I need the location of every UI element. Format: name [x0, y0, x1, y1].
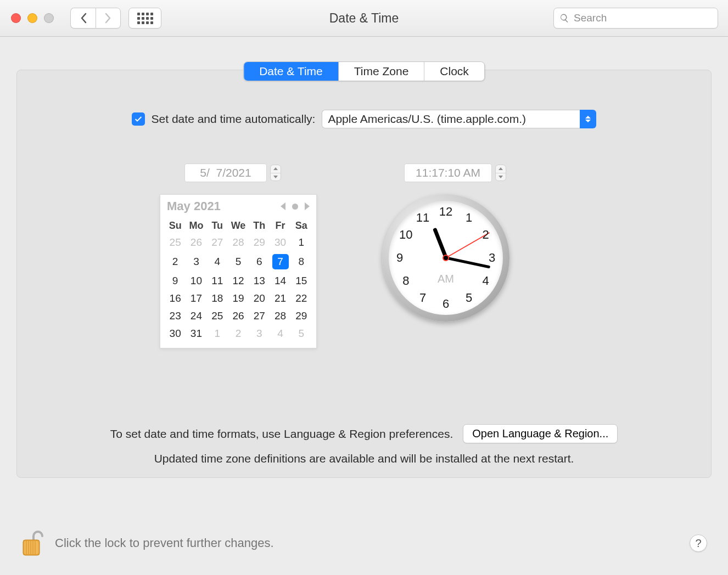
calendar-day[interactable]: 12: [228, 272, 249, 290]
auto-time-row: Set date and time automatically: Apple A…: [17, 110, 711, 128]
calendar-day[interactable]: 20: [249, 290, 270, 307]
date-stepper: [270, 165, 281, 181]
calendar-day[interactable]: 28: [228, 234, 249, 251]
lock-row: Click the lock to prevent further change…: [21, 529, 707, 557]
calendar: May 2021 SuMoTuWeThFrSa 2526272829301234…: [160, 194, 317, 348]
auto-time-label: Set date and time automatically:: [152, 112, 316, 126]
calendar-day[interactable]: 26: [186, 234, 206, 251]
hour-hand: [432, 228, 447, 259]
calendar-day[interactable]: 7: [270, 251, 290, 272]
clock-numeral: 12: [438, 205, 454, 219]
main-panel: Date & Time Time Zone Clock Set date and…: [16, 70, 712, 478]
calendar-day[interactable]: 3: [249, 325, 270, 342]
calendar-day[interactable]: 2: [165, 251, 186, 272]
time-field: [404, 164, 492, 182]
date-field-group: [184, 164, 281, 182]
zoom-window-button[interactable]: [44, 13, 54, 23]
calendar-day[interactable]: 5: [228, 251, 249, 272]
calendar-day[interactable]: 29: [249, 234, 270, 251]
show-all-button[interactable]: [128, 8, 161, 29]
calendar-day[interactable]: 10: [186, 272, 206, 290]
calendar-day[interactable]: 24: [186, 307, 206, 325]
calendar-weekday: Mo: [186, 218, 206, 234]
calendar-day[interactable]: 4: [270, 325, 290, 342]
calendar-day[interactable]: 31: [186, 325, 206, 342]
calendar-day[interactable]: 28: [270, 307, 290, 325]
calendar-title: May 2021: [167, 199, 221, 213]
dropdown-arrow-icon: [580, 110, 596, 128]
clock-pin: [443, 255, 449, 261]
checkmark-icon: [134, 115, 143, 123]
calendar-day[interactable]: 9: [165, 272, 186, 290]
close-window-button[interactable]: [11, 13, 21, 23]
calendar-day[interactable]: 17: [186, 290, 206, 307]
window-controls: [11, 13, 54, 23]
toolbar: Date & Time: [0, 0, 728, 37]
calendar-next-button[interactable]: [305, 202, 310, 210]
clock-face: AM 121234567891011: [389, 201, 503, 315]
clock-numeral: 9: [391, 251, 408, 265]
clock-numeral: 4: [478, 274, 494, 288]
window-title: Date & Time: [329, 11, 399, 26]
clock-numeral: 7: [415, 291, 431, 305]
tab-date-time[interactable]: Date & Time: [244, 62, 339, 81]
calendar-day[interactable]: 22: [291, 290, 312, 307]
calendar-day[interactable]: 29: [291, 307, 312, 325]
calendar-weekday: We: [228, 218, 249, 234]
calendar-day[interactable]: 15: [291, 272, 312, 290]
search-field[interactable]: [553, 8, 718, 29]
clock-numeral: 3: [484, 251, 500, 265]
clock-numeral: 6: [438, 297, 454, 311]
time-server-value: Apple Americas/U.S. (time.apple.com.): [322, 110, 580, 128]
date-stepper-up: [271, 165, 281, 173]
calendar-grid: SuMoTuWeThFrSa 2526272829301234567891011…: [165, 218, 312, 342]
calendar-day[interactable]: 16: [165, 290, 186, 307]
calendar-day[interactable]: 21: [270, 290, 290, 307]
calendar-prev-button[interactable]: [281, 202, 285, 210]
search-input[interactable]: [574, 12, 712, 24]
nav-buttons: [70, 8, 121, 29]
analog-clock: AM 121234567891011: [382, 194, 509, 322]
clock-numeral: 2: [478, 228, 494, 242]
calendar-day[interactable]: 30: [270, 234, 290, 251]
minimize-window-button[interactable]: [27, 13, 37, 23]
calendar-today-button[interactable]: [292, 204, 298, 210]
help-button[interactable]: ?: [690, 534, 707, 552]
calendar-day[interactable]: 1: [207, 325, 228, 342]
timezone-update-note: Updated time zone definitions are availa…: [17, 452, 711, 465]
calendar-day[interactable]: 11: [207, 272, 228, 290]
calendar-day[interactable]: 3: [186, 251, 206, 272]
tab-clock[interactable]: Clock: [424, 62, 484, 81]
auto-time-checkbox[interactable]: [132, 112, 145, 126]
calendar-day[interactable]: 23: [165, 307, 186, 325]
back-button[interactable]: [70, 8, 96, 29]
calendar-day[interactable]: 30: [165, 325, 186, 342]
calendar-day[interactable]: 19: [228, 290, 249, 307]
tab-time-zone[interactable]: Time Zone: [339, 62, 425, 81]
forward-button[interactable]: [96, 8, 121, 29]
grid-icon: [137, 13, 153, 24]
calendar-day[interactable]: 13: [249, 272, 270, 290]
calendar-day[interactable]: 26: [228, 307, 249, 325]
open-language-region-button[interactable]: Open Language & Region...: [463, 424, 618, 443]
calendar-day[interactable]: 25: [165, 234, 186, 251]
calendar-day[interactable]: 5: [291, 325, 312, 342]
clock-numeral: 10: [397, 228, 414, 242]
calendar-day[interactable]: 18: [207, 290, 228, 307]
calendar-day[interactable]: 8: [291, 251, 312, 272]
calendar-day[interactable]: 25: [207, 307, 228, 325]
time-server-dropdown[interactable]: Apple Americas/U.S. (time.apple.com.): [322, 110, 596, 128]
time-stepper: [495, 165, 506, 181]
date-stepper-down: [271, 173, 281, 181]
lock-instruction-text: Click the lock to prevent further change…: [55, 536, 274, 550]
calendar-day[interactable]: 27: [249, 307, 270, 325]
clock-numeral: 8: [397, 274, 414, 288]
calendar-day[interactable]: 1: [291, 234, 312, 251]
calendar-day[interactable]: 4: [207, 251, 228, 272]
calendar-nav: [281, 202, 310, 210]
calendar-day[interactable]: 14: [270, 272, 290, 290]
unlock-icon[interactable]: [21, 529, 45, 557]
calendar-day[interactable]: 6: [249, 251, 270, 272]
calendar-day[interactable]: 2: [228, 325, 249, 342]
calendar-day[interactable]: 27: [207, 234, 228, 251]
